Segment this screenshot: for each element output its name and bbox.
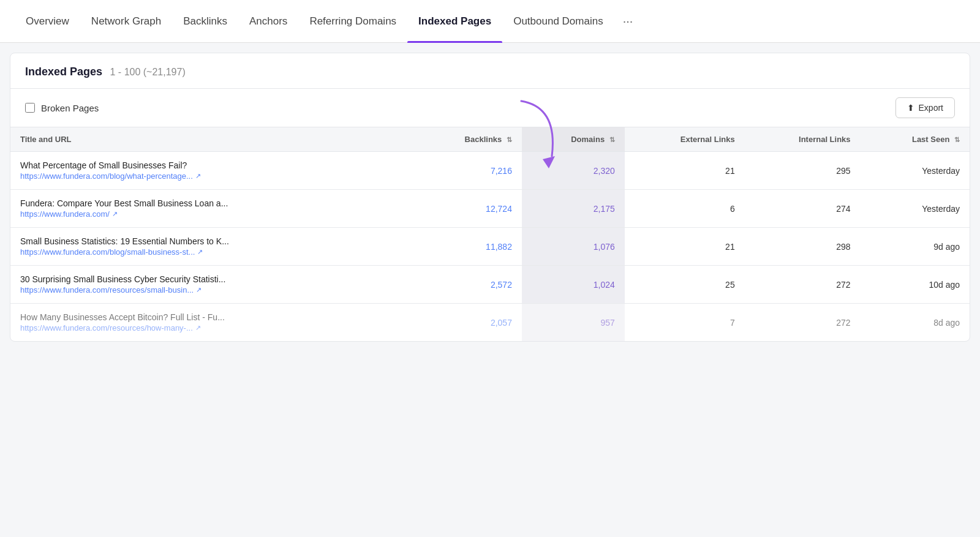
cell-backlinks-3: 2,572 — [413, 266, 522, 304]
url-link-2[interactable]: https://www.fundera.com/blog/small-busin… — [20, 247, 195, 257]
domains-sort-icon: ⇅ — [609, 136, 615, 144]
cell-title-url-2: Small Business Statistics: 19 Essential … — [10, 228, 413, 266]
table-row: How Many Businesses Accept Bitcoin? Full… — [10, 304, 970, 342]
cell-external-links-2: 21 — [625, 228, 745, 266]
cell-last-seen-0: Yesterday — [861, 152, 970, 190]
table-header-row: Title and URL Backlinks ⇅ Domains ⇅ Exte… — [10, 127, 970, 152]
export-icon: ⬆ — [907, 103, 914, 113]
export-button[interactable]: ⬆ Export — [895, 97, 955, 118]
cell-title-url-4: How Many Businesses Accept Bitcoin? Full… — [10, 304, 413, 342]
broken-pages-label: Broken Pages — [41, 103, 99, 113]
toolbar: Broken Pages ⬆ Export — [10, 89, 970, 127]
table-row: 30 Surprising Small Business Cyber Secur… — [10, 266, 970, 304]
cell-external-links-1: 6 — [625, 190, 745, 228]
cell-external-links-4: 7 — [625, 304, 745, 342]
cell-last-seen-2: 9d ago — [861, 228, 970, 266]
broken-pages-filter[interactable]: Broken Pages — [25, 103, 99, 113]
broken-pages-checkbox[interactable] — [25, 103, 35, 113]
external-link-icon-1: ↗ — [112, 210, 118, 218]
col-domains-label: Domains — [571, 135, 605, 144]
row-url-3[interactable]: https://www.fundera.com/resources/small-… — [20, 285, 404, 295]
col-last-seen-label: Last Seen — [912, 135, 949, 144]
nav-item-backlinks[interactable]: Backlinks — [172, 0, 238, 43]
external-link-icon-0: ↗ — [195, 172, 201, 180]
indexed-pages-table: Title and URL Backlinks ⇅ Domains ⇅ Exte… — [10, 127, 970, 341]
nav-item-outbound-domains[interactable]: Outbound Domains — [502, 0, 614, 43]
cell-title-url-0: What Percentage of Small Businesses Fail… — [10, 152, 413, 190]
row-url-1[interactable]: https://www.fundera.com/ ↗ — [20, 209, 404, 219]
cell-domains-0: 2,320 — [522, 152, 625, 190]
row-title-0: What Percentage of Small Businesses Fail… — [20, 160, 404, 170]
nav-label-overview: Overview — [26, 15, 69, 28]
cell-backlinks-0: 7,216 — [413, 152, 522, 190]
row-url-4[interactable]: https://www.fundera.com/resources/how-ma… — [20, 323, 404, 332]
col-header-domains[interactable]: Domains ⇅ — [522, 127, 625, 152]
external-link-icon-2: ↗ — [197, 248, 203, 256]
table-row: What Percentage of Small Businesses Fail… — [10, 152, 970, 190]
nav-more-button[interactable]: ··· — [617, 0, 639, 43]
cell-last-seen-1: Yesterday — [861, 190, 970, 228]
nav-item-anchors[interactable]: Anchors — [238, 0, 298, 43]
row-url-2[interactable]: https://www.fundera.com/blog/small-busin… — [20, 247, 404, 257]
cell-last-seen-3: 10d ago — [861, 266, 970, 304]
col-backlinks-label: Backlinks — [465, 135, 502, 144]
nav-item-indexed-pages[interactable]: Indexed Pages — [407, 0, 502, 43]
cell-backlinks-1: 12,724 — [413, 190, 522, 228]
nav-label-outbound-domains: Outbound Domains — [513, 15, 603, 28]
url-link-1[interactable]: https://www.fundera.com/ — [20, 209, 110, 219]
url-link-0[interactable]: https://www.fundera.com/blog/what-percen… — [20, 171, 193, 181]
cell-title-url-3: 30 Surprising Small Business Cyber Secur… — [10, 266, 413, 304]
cell-backlinks-4: 2,057 — [413, 304, 522, 342]
main-content: Indexed Pages 1 - 100 (~21,197) Broken P… — [10, 53, 970, 342]
col-header-internal-links: Internal Links — [745, 127, 861, 152]
nav-label-network-graph: Network Graph — [91, 15, 161, 28]
col-header-external-links: External Links — [625, 127, 745, 152]
nav-label-anchors: Anchors — [249, 15, 287, 28]
table-row: Small Business Statistics: 19 Essential … — [10, 228, 970, 266]
table-row: Fundera: Compare Your Best Small Busines… — [10, 190, 970, 228]
nav-item-referring-domains[interactable]: Referring Domains — [298, 0, 407, 43]
backlinks-sort-icon: ⇅ — [507, 136, 512, 144]
cell-internal-links-2: 298 — [745, 228, 861, 266]
external-link-icon-4: ↗ — [195, 324, 201, 332]
cell-backlinks-2: 11,882 — [413, 228, 522, 266]
col-external-links-label: External Links — [680, 135, 735, 144]
cell-last-seen-4: 8d ago — [861, 304, 970, 342]
col-title-url-label: Title and URL — [20, 135, 72, 144]
nav-label-referring-domains: Referring Domains — [309, 15, 396, 28]
cell-domains-2: 1,076 — [522, 228, 625, 266]
nav-item-network-graph[interactable]: Network Graph — [80, 0, 172, 43]
cell-external-links-3: 25 — [625, 266, 745, 304]
page-header: Indexed Pages 1 - 100 (~21,197) — [10, 53, 970, 89]
cell-title-url-1: Fundera: Compare Your Best Small Busines… — [10, 190, 413, 228]
nav-label-backlinks: Backlinks — [183, 15, 227, 28]
export-label: Export — [919, 103, 943, 113]
url-link-4[interactable]: https://www.fundera.com/resources/how-ma… — [20, 323, 193, 332]
col-header-title-url: Title and URL — [10, 127, 413, 152]
page-title: Indexed Pages — [25, 66, 102, 78]
external-link-icon-3: ↗ — [196, 286, 202, 294]
cell-external-links-0: 21 — [625, 152, 745, 190]
nav-item-overview[interactable]: Overview — [15, 0, 80, 43]
row-title-1: Fundera: Compare Your Best Small Busines… — [20, 198, 404, 208]
cell-internal-links-4: 272 — [745, 304, 861, 342]
cell-internal-links-0: 295 — [745, 152, 861, 190]
cell-domains-3: 1,024 — [522, 266, 625, 304]
nav-more-icon: ··· — [623, 14, 633, 28]
col-internal-links-label: Internal Links — [799, 135, 851, 144]
cell-internal-links-1: 274 — [745, 190, 861, 228]
last-seen-sort-icon: ⇅ — [954, 136, 960, 144]
col-header-last-seen[interactable]: Last Seen ⇅ — [861, 127, 970, 152]
row-title-2: Small Business Statistics: 19 Essential … — [20, 236, 404, 246]
col-header-backlinks[interactable]: Backlinks ⇅ — [413, 127, 522, 152]
page-count: 1 - 100 (~21,197) — [110, 67, 186, 77]
row-title-4: How Many Businesses Accept Bitcoin? Full… — [20, 312, 404, 322]
nav-label-indexed-pages: Indexed Pages — [418, 15, 491, 28]
url-link-3[interactable]: https://www.fundera.com/resources/small-… — [20, 285, 194, 295]
cell-domains-4: 957 — [522, 304, 625, 342]
navigation-bar: Overview Network Graph Backlinks Anchors… — [0, 0, 980, 43]
cell-domains-1: 2,175 — [522, 190, 625, 228]
row-url-0[interactable]: https://www.fundera.com/blog/what-percen… — [20, 171, 404, 181]
row-title-3: 30 Surprising Small Business Cyber Secur… — [20, 274, 404, 284]
cell-internal-links-3: 272 — [745, 266, 861, 304]
